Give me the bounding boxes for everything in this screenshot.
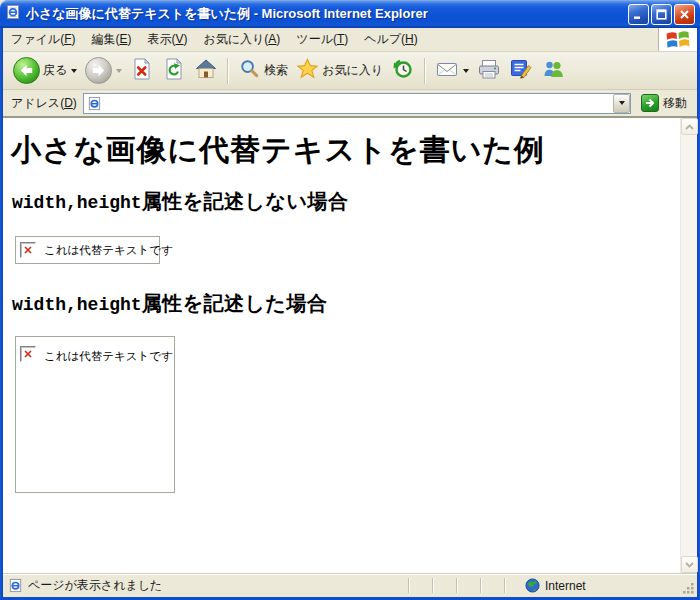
back-dropdown-icon[interactable] xyxy=(71,69,77,73)
ie-page-icon xyxy=(5,4,21,24)
maximize-button[interactable] xyxy=(651,4,672,25)
print-button[interactable] xyxy=(473,55,505,87)
code-text: width,height xyxy=(12,193,142,213)
address-field[interactable] xyxy=(83,93,631,114)
forward-dropdown-icon[interactable] xyxy=(116,69,122,73)
back-label: 戻る xyxy=(43,62,67,79)
status-message: ページが表示されました xyxy=(28,577,162,594)
stop-icon xyxy=(130,57,154,85)
security-zone-label: Internet xyxy=(545,579,586,593)
internet-globe-icon xyxy=(525,578,540,593)
print-icon xyxy=(477,57,501,85)
search-button[interactable]: 検索 xyxy=(234,55,292,86)
close-button[interactable] xyxy=(674,4,695,25)
home-icon xyxy=(194,57,218,85)
address-page-icon xyxy=(87,96,102,111)
menu-bar: ファイル(F) 編集(E) 表示(V) お気に入り(A) ツール(T) ヘルプ(… xyxy=(3,28,697,52)
menu-tools[interactable]: ツール(T) xyxy=(288,28,356,51)
address-bar: アドレス(D) 移動 xyxy=(3,90,697,117)
menu-edit[interactable]: 編集(E) xyxy=(83,28,139,51)
broken-image-placeholder-2: これは代替テキストです xyxy=(15,336,175,493)
resize-grip[interactable] xyxy=(681,581,695,595)
chevron-down-icon xyxy=(685,562,694,568)
go-button[interactable]: 移動 xyxy=(637,93,693,113)
favorites-star-icon xyxy=(296,57,319,84)
mail-dropdown-icon[interactable] xyxy=(463,69,469,73)
refresh-button[interactable] xyxy=(158,55,190,87)
toolbar-separator xyxy=(424,58,426,84)
titlebar[interactable]: 小さな画像に代替テキストを書いた例 - Microsoft Internet E… xyxy=(0,0,700,28)
mail-button[interactable] xyxy=(431,55,473,87)
broken-image-icon xyxy=(20,242,36,258)
messenger-icon xyxy=(541,57,565,85)
chevron-down-icon xyxy=(619,101,625,105)
favorites-label: お気に入り xyxy=(322,62,383,79)
back-button[interactable]: 戻る xyxy=(9,55,81,86)
messenger-button[interactable] xyxy=(537,55,569,87)
windows-logo xyxy=(658,28,697,51)
address-dropdown-button[interactable] xyxy=(613,94,630,113)
go-label: 移動 xyxy=(663,95,687,112)
broken-image-icon xyxy=(20,346,36,362)
window-title: 小さな画像に代替テキストを書いた例 - Microsoft Internet E… xyxy=(26,5,628,23)
menu-favorites[interactable]: お気に入り(A) xyxy=(196,28,289,51)
page-title: 小さな画像に代替テキストを書いた例 xyxy=(11,130,545,171)
scroll-up-button[interactable] xyxy=(681,118,698,135)
history-button[interactable] xyxy=(387,55,419,87)
status-bar: ページが表示されました Internet xyxy=(3,573,697,597)
address-input[interactable] xyxy=(105,95,613,112)
alt-text: これは代替テキストです xyxy=(44,348,173,364)
forward-icon xyxy=(85,57,112,84)
stop-button[interactable] xyxy=(126,55,158,87)
back-icon xyxy=(13,57,40,84)
alt-text: これは代替テキストです xyxy=(44,242,173,258)
menu-view[interactable]: 表示(V) xyxy=(139,28,195,51)
page-viewport: 小さな画像に代替テキストを書いた例 width,height属性を記述しない場合… xyxy=(3,117,697,573)
go-arrow-icon xyxy=(641,94,659,112)
edit-button[interactable] xyxy=(505,55,537,87)
scroll-down-button[interactable] xyxy=(681,556,698,573)
address-label: アドレス(D) xyxy=(11,95,77,112)
favorites-button[interactable]: お気に入り xyxy=(292,55,387,86)
edit-icon xyxy=(509,57,533,85)
vertical-scrollbar[interactable] xyxy=(680,118,697,573)
minimize-button[interactable] xyxy=(628,4,649,25)
history-icon xyxy=(391,57,415,85)
status-pane-dividers xyxy=(408,578,506,593)
section-heading-2: width,height属性を記述した場合 xyxy=(12,290,328,317)
home-button[interactable] xyxy=(190,55,222,87)
toolbar-separator xyxy=(227,58,229,84)
search-label: 検索 xyxy=(264,62,288,79)
menu-file[interactable]: ファイル(F) xyxy=(3,28,83,51)
toolbar: 戻る 検索 お気に入り xyxy=(3,52,697,90)
browser-window: 小さな画像に代替テキストを書いた例 - Microsoft Internet E… xyxy=(0,0,700,600)
menu-help[interactable]: ヘルプ(H) xyxy=(356,28,426,51)
section-heading-1: width,height属性を記述しない場合 xyxy=(12,188,349,215)
search-icon xyxy=(238,57,261,84)
refresh-icon xyxy=(162,57,186,85)
status-page-icon xyxy=(8,578,23,593)
broken-image-placeholder-1: これは代替テキストです xyxy=(15,236,160,264)
forward-button[interactable] xyxy=(81,55,126,86)
chevron-up-icon xyxy=(685,124,694,130)
code-text: width,height xyxy=(12,295,142,315)
mail-icon xyxy=(435,57,459,85)
